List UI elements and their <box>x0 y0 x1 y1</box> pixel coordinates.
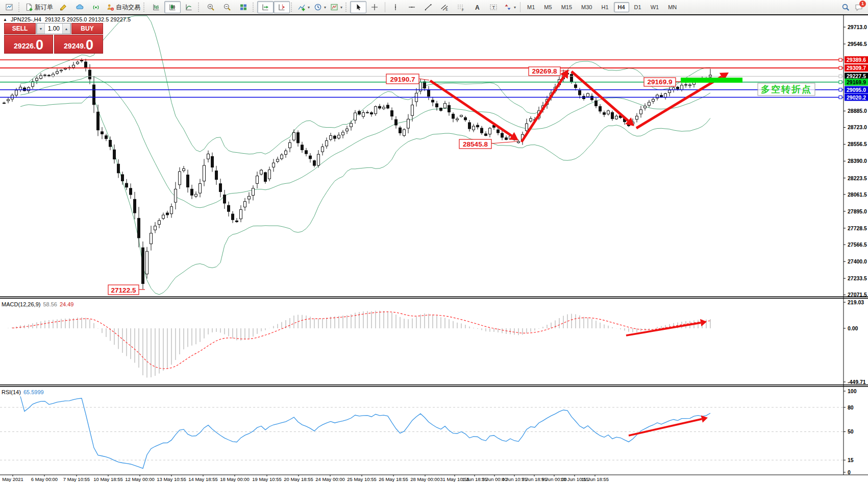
tf-m5-button[interactable]: M5 <box>540 2 556 12</box>
time-axis[interactable]: May 20216 May 00:007 May 10:5510 May 18:… <box>2 475 609 482</box>
svg-text:28223.5: 28223.5 <box>848 175 867 181</box>
tile-windows-button[interactable] <box>235 1 252 13</box>
toolbar-drag-handle <box>143 3 146 12</box>
svg-text:27122.5: 27122.5 <box>111 286 136 294</box>
bar-chart-button[interactable] <box>148 1 164 13</box>
svg-text:29269.8: 29269.8 <box>532 67 557 75</box>
note-box: 多空转折点 <box>758 83 815 95</box>
macd-title: MACD(12,26,9) 58.56 24.49 <box>2 301 73 307</box>
svg-text:26 May 18:55: 26 May 18:55 <box>379 476 408 482</box>
buy-button[interactable]: BUY <box>71 23 103 34</box>
svg-text:28390.0: 28390.0 <box>848 158 867 164</box>
new-order-button-icon <box>25 3 33 11</box>
fibonacci-button[interactable]: F <box>453 1 469 13</box>
notifications-button[interactable]: 1 <box>855 3 863 11</box>
vline-button-icon <box>391 3 400 11</box>
svg-text:May 2021: May 2021 <box>2 476 23 482</box>
svg-text:14 May 18:55: 14 May 18:55 <box>188 476 218 482</box>
app-window: 新订单自动交易▾▾▾EFAT▾M1M5M15M30H1H4D1W1MN1 291… <box>0 0 868 482</box>
svg-text:0: 0 <box>848 469 851 475</box>
indicators-button-caret-icon: ▾ <box>308 5 310 10</box>
sell-price-big-digit: 0 <box>36 38 43 52</box>
toolbar-drag-handle <box>198 3 201 12</box>
tf-w1-button[interactable]: W1 <box>647 2 663 12</box>
arrows-button[interactable]: ▾ <box>502 1 518 13</box>
vline-button[interactable] <box>387 1 404 13</box>
zoom-out-button-icon <box>223 3 231 11</box>
signals-button-icon <box>92 3 100 11</box>
candlestick-chart-button[interactable] <box>164 1 181 13</box>
symbol-header: ▲ JPN225-,H4 29132.5 29255.0 29132.5 292… <box>3 16 131 22</box>
auto-scroll-button[interactable] <box>257 1 274 13</box>
cursor-button-icon <box>354 3 362 11</box>
label-button-icon: T <box>489 3 498 11</box>
styler-button-icon <box>59 3 67 11</box>
indicators-button[interactable]: ▾ <box>295 1 312 13</box>
channel-button[interactable]: E <box>436 1 453 13</box>
zoom-in-button-icon <box>207 3 215 11</box>
zoom-out-button[interactable] <box>219 1 235 13</box>
svg-text:29227.5: 29227.5 <box>847 73 866 79</box>
community-button[interactable] <box>71 1 88 13</box>
hline-button[interactable] <box>404 1 420 13</box>
svg-text:29309.7: 29309.7 <box>847 65 866 71</box>
tf-mn-button[interactable]: MN <box>664 2 681 12</box>
svg-text:E: E <box>446 8 449 11</box>
templates-button-icon <box>330 3 338 11</box>
label-button[interactable]: T <box>485 1 502 13</box>
tf-d1-button[interactable]: D1 <box>630 2 646 12</box>
svg-text:19 May 10:55: 19 May 10:55 <box>252 476 282 482</box>
buy-price-big-digit: 0 <box>86 38 93 52</box>
volume-down-button[interactable]: ▼ <box>37 23 45 34</box>
toolbar-drag-handle <box>345 3 348 12</box>
auto-trading-button[interactable]: 自动交易 <box>104 1 142 13</box>
cursor-button[interactable] <box>350 1 366 13</box>
volume-value[interactable]: 1.00 <box>45 23 62 34</box>
svg-text:24 May 00:00: 24 May 00:00 <box>315 476 345 482</box>
tf-h1-button[interactable]: H1 <box>597 2 612 12</box>
chart-shift-button-icon <box>278 3 286 11</box>
new-order-button[interactable]: 新订单 <box>23 1 55 13</box>
styler-button[interactable] <box>55 1 71 13</box>
svg-text:27071.5: 27071.5 <box>848 292 867 298</box>
line-chart-button[interactable] <box>181 1 197 13</box>
text-button[interactable]: A <box>469 1 485 13</box>
svg-text:12 May 00:00: 12 May 00:00 <box>125 476 155 482</box>
macd-name: MACD(12,26,9) <box>2 301 40 307</box>
rsi-name: RSI(14) <box>2 389 21 395</box>
hline-button-icon <box>408 3 416 11</box>
templates-button[interactable]: ▾ <box>328 1 344 13</box>
highlight-zone <box>681 78 742 83</box>
buy-price[interactable]: 29249. 0 <box>54 35 103 54</box>
svg-text:29169.9: 29169.9 <box>847 79 866 85</box>
svg-text:T: T <box>492 5 495 10</box>
signals-button[interactable] <box>88 1 104 13</box>
svg-text:27233.5: 27233.5 <box>848 275 867 281</box>
toolbar-drag-handle <box>291 3 293 12</box>
tf-m30-button[interactable]: M30 <box>577 2 596 12</box>
tf-h4-button[interactable]: H4 <box>614 2 629 12</box>
trendline-button[interactable] <box>420 1 436 13</box>
svg-text:多空转折点: 多空转折点 <box>761 84 812 94</box>
svg-text:100: 100 <box>848 388 857 394</box>
auto-trading-button-label: 自动交易 <box>116 3 140 12</box>
chart-shift-button[interactable] <box>274 1 290 13</box>
zoom-in-button[interactable] <box>203 1 219 13</box>
periods-button[interactable]: ▾ <box>312 1 328 13</box>
crosshair-button[interactable] <box>366 1 383 13</box>
svg-text:27895.0: 27895.0 <box>848 208 867 214</box>
tf-m15-button[interactable]: M15 <box>557 2 576 12</box>
sell-button[interactable]: SELL <box>4 23 36 34</box>
channel-button-icon: E <box>440 3 449 11</box>
svg-text:29389.6: 29389.6 <box>847 57 866 63</box>
main-toolbar: 新订单自动交易▾▾▾EFAT▾M1M5M15M30H1H4D1W1MN1 <box>0 0 868 14</box>
tf-m1-button[interactable]: M1 <box>523 2 539 12</box>
sell-price[interactable]: 29226. 0 <box>4 35 53 54</box>
chart-canvas[interactable]: 29190.729269.829169.928545.827122.5多空转折点… <box>0 0 868 482</box>
chart-window-icon[interactable] <box>1 1 17 13</box>
expander-icon[interactable]: ▲ <box>3 17 7 22</box>
volume-up-button[interactable]: ▲ <box>62 23 70 34</box>
svg-text:29020.2: 29020.2 <box>847 94 866 101</box>
svg-text:27400.0: 27400.0 <box>848 258 867 264</box>
search-icon[interactable] <box>841 3 850 11</box>
